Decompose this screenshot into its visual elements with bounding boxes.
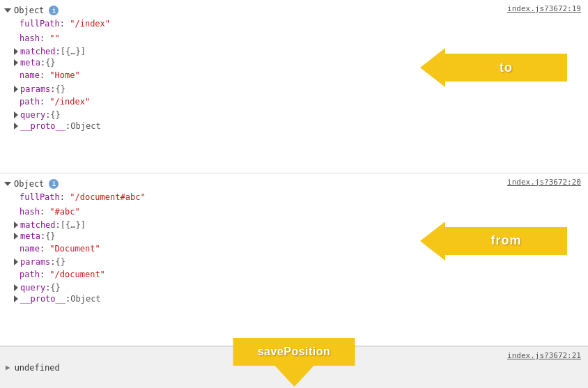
expand-triangle-2 — [4, 182, 11, 186]
file-link-2[interactable]: index.js?3672:20 — [507, 178, 581, 187]
prop-proto-1[interactable]: __proto__: Object — [0, 121, 588, 132]
expand-proto-1 — [14, 123, 18, 130]
expand-params-1 — [14, 86, 18, 93]
devtools-panel: index.js?3672:19 Object i fullPath: "/in… — [0, 0, 588, 388]
prop-path-2: path: "/document" — [0, 267, 588, 282]
arrow-down-save: savePosition — [233, 338, 355, 387]
object-label-2: Object — [14, 179, 44, 189]
prop-query-2[interactable]: query: {} — [0, 282, 588, 293]
file-link-bottom[interactable]: index.js?3672:21 — [507, 351, 581, 360]
info-badge-1[interactable]: i — [49, 6, 59, 15]
bottom-value: undefined — [15, 363, 60, 373]
expand-matched-1 — [14, 48, 18, 55]
arrow-body-from: from — [445, 227, 567, 255]
prop-query-1[interactable]: query: {} — [0, 109, 588, 121]
prop-hash-2: hash: "#abc" — [0, 205, 588, 219]
bottom-chevron: ▶ — [6, 363, 10, 372]
object-section-2: index.js?3672:20 Object i fullPath: "/do… — [0, 173, 588, 347]
expand-meta-1 — [14, 59, 18, 66]
expand-query-1 — [14, 111, 18, 118]
prop-fullpath-2: fullPath: "/document#abc" — [0, 190, 588, 205]
object-section-1: index.js?3672:19 Object i fullPath: "/in… — [0, 0, 588, 173]
arrow-point-save — [274, 366, 314, 387]
bottom-value-row: ▶ undefined — [6, 363, 60, 373]
expand-meta-2 — [14, 233, 18, 240]
arrow-point-from — [420, 222, 445, 261]
object-header-2[interactable]: Object i — [0, 178, 588, 190]
expand-query-2 — [14, 284, 18, 291]
prop-path-1: path: "/index" — [0, 95, 588, 109]
bottom-bar: ▶ undefined index.js?3672:21 savePositio… — [0, 346, 588, 388]
expand-params-2 — [14, 258, 18, 265]
arrow-point-to — [420, 48, 445, 87]
file-link-1[interactable]: index.js?3672:19 — [507, 4, 581, 13]
info-badge-2[interactable]: i — [49, 179, 59, 189]
object-header-1[interactable]: Object i — [0, 4, 588, 17]
prop-fullpath-1: fullPath: "/index" — [0, 17, 588, 31]
expand-triangle-1 — [4, 8, 11, 13]
prop-proto-2[interactable]: __proto__: Object — [0, 293, 588, 304]
from-arrow: from — [420, 222, 567, 261]
arrow-left-from: from — [420, 222, 567, 261]
object-label-1: Object — [14, 6, 44, 15]
expand-proto-2 — [14, 295, 18, 302]
prop-hash-1: hash: "" — [0, 31, 588, 46]
expand-matched-2 — [14, 222, 18, 228]
to-arrow: to — [420, 48, 567, 87]
arrow-body-save: savePosition — [233, 338, 355, 366]
arrow-body-to: to — [445, 54, 567, 82]
arrow-left-to: to — [420, 48, 567, 87]
save-position-arrow: savePosition — [233, 338, 355, 387]
